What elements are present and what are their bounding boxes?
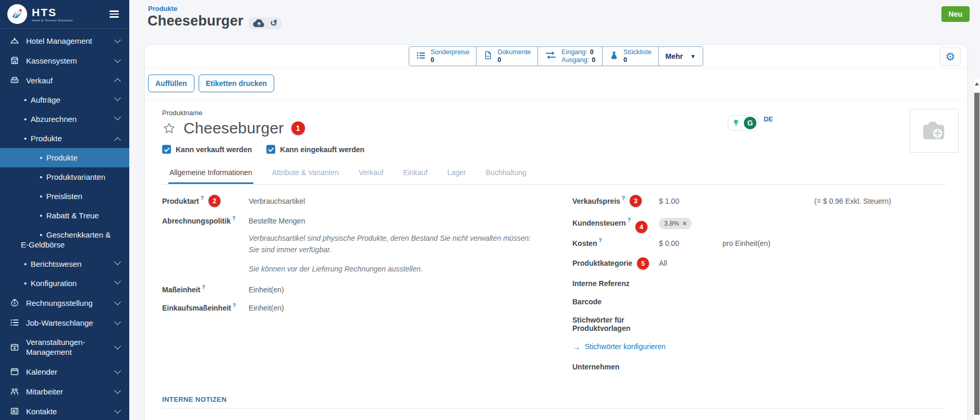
print-labels-button[interactable]: Etiketten drucken: [199, 75, 274, 92]
tab-verkauf[interactable]: Verkauf: [358, 165, 384, 184]
interne-referenz-label: Interne Referenz: [572, 279, 630, 288]
sidebar-item-geschenkkarten[interactable]: Geschenkkarten & E-Geldbörse: [0, 225, 129, 254]
produktkategorie-value[interactable]: All: [659, 259, 667, 267]
chevron-down-icon: [114, 258, 121, 265]
sidebar-item-produkte[interactable]: Produkte: [0, 148, 129, 167]
replenish-button[interactable]: Auffüllen: [148, 75, 194, 92]
chevron-down-icon: [114, 94, 121, 101]
contact-card-icon: [9, 406, 20, 416]
field-stichwoerter: Stichwörter für Produktvorlagen: [572, 316, 946, 332]
can-be-sold-checkbox[interactable]: Kann verkauft werden: [162, 145, 252, 154]
scrollbar-thumb[interactable]: [974, 93, 979, 415]
discard-changes-icon[interactable]: ↺: [270, 19, 277, 28]
product-name-input[interactable]: Cheeseburger: [183, 119, 284, 137]
product-image-placeholder[interactable]: [910, 109, 959, 153]
app-screen: HTS Hotel & Tourism Solutions Hotel Mana…: [0, 0, 980, 420]
tab-lager[interactable]: Lager: [446, 165, 467, 184]
tab-attribute-varianten[interactable]: Attribute & Varianten: [271, 165, 340, 184]
kosten-value[interactable]: $ 0.00: [659, 239, 722, 248]
sidebar-item-verkauf[interactable]: Verkauf: [0, 70, 129, 90]
sidebar-item-kassensystem[interactable]: Kassensystem: [0, 51, 129, 70]
sidebar-item-rechnungsstellung[interactable]: $ Rechnungsstellung: [0, 293, 129, 313]
stat-label: Dokumente: [497, 48, 531, 56]
verkaufspreis-value[interactable]: $ 1.00: [659, 197, 814, 205]
help-question-mark[interactable]: ?: [232, 216, 235, 221]
help-question-mark[interactable]: ?: [232, 303, 236, 308]
sidebar-item-kontakte[interactable]: Kontakte: [0, 401, 129, 420]
cash-register-icon: [9, 75, 20, 85]
language-badge[interactable]: DE: [764, 115, 773, 123]
brand-name: HTS: [32, 7, 73, 18]
stat-button-sonderpreise[interactable]: Sonderpreise 0: [409, 46, 476, 66]
sidebar: HTS Hotel & Tourism Solutions Hotel Mana…: [0, 0, 129, 420]
form-tabs: Allgemeine Informationen Attribute & Var…: [162, 165, 946, 184]
sidebar-item-job-warteschlange[interactable]: Job-Warteschlange: [0, 313, 129, 332]
sidebar-item-konfiguration[interactable]: Konfiguration: [0, 274, 129, 293]
settings-gear-button[interactable]: ⚙: [940, 47, 961, 66]
field-help-text: Verbrauchsartikel sind physische Produkt…: [249, 233, 536, 275]
sidebar-item-berichtswesen[interactable]: Berichtswesen: [0, 254, 129, 274]
brand-text: HTS Hotel & Tourism Solutions: [32, 7, 73, 22]
sidebar-item-rabatt-treue[interactable]: Rabatt & Treue: [0, 206, 129, 225]
help-question-mark[interactable]: ?: [622, 195, 625, 201]
suggestion-bulb-icon[interactable]: [730, 117, 742, 129]
einkaufsmasseinheit-label: Einkaufsmaßeinheit ?: [162, 304, 249, 312]
pricelist-icon: [416, 51, 426, 63]
stat-label: Ausgang:: [561, 56, 589, 64]
sidebar-item-hotel-management[interactable]: Hotel Management: [0, 31, 129, 51]
configure-tags-link-label: Stichwörter konfigurieren: [585, 342, 666, 351]
field-masseinheit: Maßeinheit ? Einheit(en): [162, 286, 536, 294]
scroll-up-arrow-icon[interactable]: [975, 82, 979, 85]
page-title-row: Cheeseburger ↺: [148, 13, 281, 29]
field-produktkategorie: Produktkategorie 5 All: [572, 257, 946, 269]
sidebar-item-produktvarianten[interactable]: Produktvarianten: [0, 167, 129, 187]
tab-einkauf[interactable]: Einkauf: [402, 165, 428, 184]
help-question-mark[interactable]: ?: [202, 285, 205, 290]
moneybag-icon: $: [9, 298, 20, 308]
stat-button-eingang-ausgang[interactable]: Eingang:0 Ausgang:0: [537, 46, 603, 66]
barcode-label: Barcode: [572, 298, 602, 306]
sidebar-item-kalender[interactable]: Kalender: [0, 362, 129, 381]
help-question-mark[interactable]: ?: [628, 217, 631, 223]
help-question-mark[interactable]: ?: [598, 238, 602, 243]
field-verkaufspreis: Verkaufspreis ? 3 $ 1.00 (= $ 0.96 Exkl.…: [572, 195, 946, 207]
sidebar-item-produkte-group[interactable]: Produkte: [0, 129, 129, 148]
stat-button-dokumente[interactable]: Dokumente 0: [476, 46, 538, 66]
new-button[interactable]: Neu: [941, 6, 970, 22]
vertical-scrollbar[interactable]: [973, 78, 980, 420]
field-produktart: Produktart ? 2 Verbrauchsartikel: [162, 195, 536, 207]
tab-allgemeine-informationen[interactable]: Allgemeine Informationen: [168, 165, 253, 184]
remove-tag-icon[interactable]: ×: [683, 220, 687, 227]
abrechnungspolitik-value[interactable]: Bestellte Mengen: [249, 217, 305, 225]
hts-logo[interactable]: [7, 4, 27, 24]
chevron-down-icon: [114, 278, 121, 285]
menu-icon[interactable]: [107, 8, 121, 19]
chevron-down-icon: [114, 114, 121, 120]
title-meta: G DE: [728, 115, 773, 131]
sidebar-item-mitarbeiter[interactable]: Mitarbeiter: [0, 381, 129, 401]
tab-buchhaltung[interactable]: Buchhaltung: [485, 165, 528, 184]
einkaufsmasseinheit-value[interactable]: Einheit(en): [249, 304, 284, 312]
sidebar-item-auftraege[interactable]: Aufträge: [0, 90, 129, 109]
more-button[interactable]: Mehr ▼: [658, 46, 703, 66]
sidebar-nav: Hotel Management Kassensystem Verkauf Au…: [0, 29, 129, 420]
sidebar-item-abzurechnen[interactable]: Abzurechnen: [0, 109, 129, 129]
cloche-icon: [9, 35, 20, 46]
sidebar-item-veranstaltungen[interactable]: Veranstaltungen-Management: [0, 332, 129, 362]
can-be-purchased-checkbox[interactable]: Kann eingekauft werden: [266, 145, 364, 154]
favorite-star-icon[interactable]: [162, 121, 176, 135]
produktart-value[interactable]: Verbrauchsartikel: [249, 197, 305, 205]
sidebar-item-label: Produkte: [46, 153, 78, 162]
cloud-upload-icon[interactable]: [253, 19, 265, 28]
breadcrumb[interactable]: Produkte: [148, 5, 177, 13]
tax-tag[interactable]: 3.8% ×: [659, 218, 692, 229]
stat-value: 0: [592, 56, 595, 64]
help-question-mark[interactable]: ?: [201, 195, 204, 201]
configure-tags-link[interactable]: → Stichwörter konfigurieren: [572, 342, 946, 351]
field-einkaufsmasseinheit: Einkaufsmaßeinheit ? Einheit(en): [162, 304, 536, 312]
masseinheit-value[interactable]: Einheit(en): [249, 286, 284, 294]
camera-plus-icon: [919, 118, 949, 144]
sidebar-item-preislisten[interactable]: Preislisten: [0, 187, 129, 206]
grammarly-icon[interactable]: G: [744, 117, 756, 129]
stat-button-stueckliste[interactable]: Stückliste 0: [602, 46, 659, 66]
